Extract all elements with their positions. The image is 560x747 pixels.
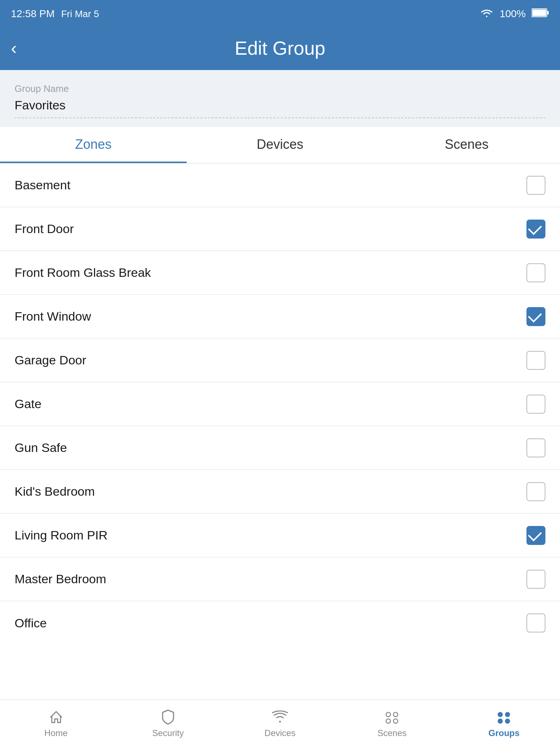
status-time: 12:58 PM: [11, 8, 55, 19]
zone-label: Gate: [15, 397, 42, 411]
bottom-nav: Home Security Devices: [0, 700, 560, 747]
list-item[interactable]: Gun Safe: [0, 426, 560, 470]
groups-icon: [496, 709, 512, 725]
zones-list: BasementFront DoorFront Room Glass Break…: [0, 163, 560, 700]
nav-label-home: Home: [44, 728, 68, 738]
nav-label-scenes: Scenes: [377, 728, 407, 738]
nav-label-devices: Devices: [264, 728, 295, 738]
nav-item-home[interactable]: Home: [0, 700, 112, 747]
group-name-value[interactable]: Favorites: [15, 98, 545, 118]
group-name-label: Group Name: [15, 83, 545, 94]
nav-item-groups[interactable]: Groups: [448, 700, 560, 747]
status-date: Fri Mar 5: [61, 8, 99, 19]
nav-label-groups: Groups: [489, 728, 520, 738]
zone-checkbox[interactable]: [526, 220, 545, 239]
list-item[interactable]: Front Room Glass Break: [0, 251, 560, 295]
zone-label: Front Window: [15, 309, 91, 324]
status-time-date: 12:58 PM Fri Mar 5: [11, 8, 99, 20]
zone-checkbox[interactable]: [526, 570, 545, 589]
battery-percentage: 100%: [499, 8, 526, 20]
zone-checkbox[interactable]: [526, 482, 545, 501]
svg-point-3: [386, 712, 390, 717]
zone-label: Office: [15, 616, 47, 630]
page-title: Edit Group: [235, 37, 326, 59]
list-item[interactable]: Front Window: [0, 295, 560, 338]
zone-label: Living Room PIR: [15, 528, 108, 542]
zone-label: Gun Safe: [15, 441, 67, 455]
zone-checkbox[interactable]: [526, 438, 545, 457]
status-right: 100%: [480, 8, 549, 20]
zone-checkbox[interactable]: [526, 307, 545, 326]
zone-label: Front Door: [15, 222, 74, 236]
zone-checkbox[interactable]: [526, 263, 545, 282]
tab-devices[interactable]: Devices: [187, 127, 373, 163]
svg-point-9: [498, 719, 503, 724]
tabs-container: Zones Devices Scenes: [0, 127, 560, 163]
svg-rect-2: [532, 9, 546, 16]
list-item[interactable]: Office: [0, 601, 560, 645]
list-item[interactable]: Kid's Bedroom: [0, 470, 560, 514]
list-item[interactable]: Garage Door: [0, 338, 560, 382]
battery-icon: [532, 8, 549, 20]
back-button[interactable]: ‹: [11, 39, 24, 57]
nav-item-scenes[interactable]: Scenes: [336, 700, 448, 747]
zone-checkbox[interactable]: [526, 526, 545, 545]
scenes-icon: [384, 709, 400, 725]
list-item[interactable]: Front Door: [0, 207, 560, 251]
header: ‹ Edit Group: [0, 26, 560, 70]
zone-checkbox[interactable]: [526, 614, 545, 632]
list-item[interactable]: Master Bedroom: [0, 557, 560, 601]
list-item[interactable]: Gate: [0, 382, 560, 426]
zone-label: Kid's Bedroom: [15, 484, 95, 499]
nav-item-devices[interactable]: Devices: [224, 700, 336, 747]
group-name-section: Group Name Favorites: [0, 70, 560, 127]
devices-wifi-icon: [272, 709, 288, 725]
zone-checkbox[interactable]: [526, 395, 545, 414]
svg-point-5: [386, 719, 390, 723]
svg-point-8: [505, 712, 510, 717]
zone-checkbox[interactable]: [526, 351, 545, 370]
svg-point-6: [393, 719, 398, 723]
zone-checkbox[interactable]: [526, 176, 545, 195]
home-icon: [48, 709, 64, 725]
nav-label-security: Security: [152, 728, 184, 738]
zone-label: Front Room Glass Break: [15, 266, 151, 280]
list-item[interactable]: Basement: [0, 163, 560, 207]
svg-rect-1: [547, 11, 549, 15]
list-item[interactable]: Living Room PIR: [0, 514, 560, 557]
svg-point-10: [505, 719, 510, 724]
tab-zones[interactable]: Zones: [0, 127, 187, 163]
zone-label: Master Bedroom: [15, 572, 106, 586]
svg-point-4: [393, 712, 398, 717]
zone-label: Garage Door: [15, 353, 86, 367]
tab-scenes[interactable]: Scenes: [373, 127, 560, 163]
shield-icon: [160, 709, 176, 725]
zone-label: Basement: [15, 178, 70, 192]
wifi-icon: [480, 8, 494, 20]
svg-point-7: [498, 712, 503, 717]
nav-item-security[interactable]: Security: [112, 700, 224, 747]
status-bar: 12:58 PM Fri Mar 5 100%: [0, 0, 560, 26]
